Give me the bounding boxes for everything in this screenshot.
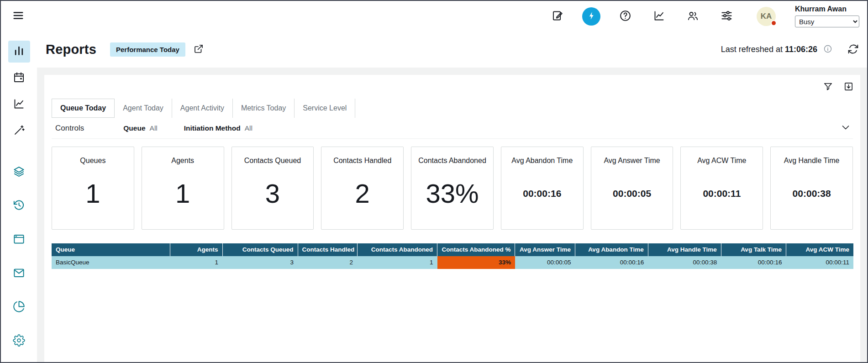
sidebar-item-tools[interactable]: [8, 120, 30, 142]
refresh-info-button[interactable]: [823, 44, 832, 55]
help-icon: [619, 10, 631, 23]
sidebar-item-calendar[interactable]: [8, 67, 30, 89]
app-window: KA Khurram Awan Busy: [0, 0, 868, 363]
card-value: 00:00:16: [523, 188, 561, 199]
table-header-row: Queue Agents Contacts Queued Contacts Ha…: [52, 243, 853, 256]
help-button[interactable]: [616, 7, 634, 26]
layers-icon: [13, 165, 25, 179]
menu-icon: [12, 10, 24, 23]
lightning-icon: [587, 11, 596, 22]
table-row: BasicQueue 1 3 2 1 33% 00:00:05 00:00:16…: [52, 256, 853, 269]
tab-metrics-today[interactable]: Metrics Today: [233, 99, 295, 118]
filter-initiation-method-label: Initiation Method: [184, 124, 241, 132]
card-value: 33%: [426, 178, 479, 209]
card-value: 00:00:05: [613, 188, 651, 199]
tab-service-level[interactable]: Service Level: [295, 99, 355, 118]
card-value: 2: [355, 178, 370, 209]
topbar-actions: KA Khurram Awan Busy: [548, 5, 859, 27]
cell-contacts-handled: 2: [298, 256, 357, 269]
last-refreshed-time: 11:06:26: [785, 45, 817, 54]
note-compose-icon: [552, 10, 564, 23]
sidebar-item-history[interactable]: [8, 195, 30, 217]
line-chart-icon: [13, 98, 25, 111]
cell-queue: BasicQueue: [52, 256, 170, 269]
sidebar-item-email[interactable]: [8, 263, 30, 284]
calendar-icon: [13, 71, 25, 85]
cell-contacts-abandoned-pct: 33%: [437, 256, 515, 269]
sidebar-item-queues[interactable]: [8, 161, 30, 183]
filter-queue-label: Queue: [123, 124, 145, 132]
sliders-icon: [721, 10, 733, 23]
col-contacts-handled: Contacts Handled: [298, 243, 357, 256]
refresh-icon: [847, 43, 859, 56]
user-name: Khurram Awan: [795, 5, 847, 13]
col-avg-talk-time: Avg Talk Time: [721, 243, 786, 256]
metrics-button[interactable]: [650, 7, 668, 26]
users-button[interactable]: [684, 7, 702, 26]
sidebar-item-workspace[interactable]: [8, 229, 30, 251]
sidebar-group-bottom: [8, 161, 30, 352]
notes-button[interactable]: [548, 7, 567, 26]
filter-icon: [823, 81, 833, 93]
cell-agents: 1: [170, 256, 222, 269]
realtime-button[interactable]: [582, 7, 600, 26]
open-in-new-window-button[interactable]: [193, 43, 204, 56]
sidebar-item-analytics[interactable]: [8, 296, 30, 318]
card-label: Contacts Handled: [333, 157, 391, 165]
cell-contacts-queued: 3: [222, 256, 298, 269]
status-select[interactable]: Busy: [795, 16, 859, 27]
chevron-down-icon: [840, 122, 851, 134]
cell-avg-acw-time: 00:00:11: [786, 256, 853, 269]
card-avg-handle-time: Avg Handle Time 00:00:38: [770, 147, 853, 230]
card-avg-acw-time: Avg ACW Time 00:00:11: [680, 147, 763, 230]
card-queues: Queues 1: [52, 147, 134, 230]
filter-button[interactable]: [823, 81, 833, 93]
filter-queue-value[interactable]: All: [150, 124, 158, 132]
cell-avg-talk-time: 00:00:16: [721, 256, 786, 269]
bar-chart-icon: [13, 45, 25, 58]
tab-queue-today[interactable]: Queue Today: [52, 99, 115, 118]
tab-agent-activity[interactable]: Agent Activity: [172, 99, 233, 118]
queue-metrics-table: Queue Agents Contacts Queued Contacts Ha…: [52, 243, 853, 269]
users-icon: [687, 10, 699, 23]
last-refreshed-text: Last refreshed at 11:06:26: [721, 45, 817, 54]
col-agents: Agents: [170, 243, 222, 256]
card-label: Avg Handle Time: [784, 157, 840, 165]
topbar: KA Khurram Awan Busy: [1, 1, 867, 32]
sidebar-item-reports[interactable]: [8, 41, 30, 63]
pie-chart-icon: [13, 300, 25, 314]
line-chart-icon: [653, 10, 665, 23]
download-button[interactable]: [843, 81, 854, 93]
menu-button[interactable]: [10, 8, 26, 25]
cell-avg-abandon-time: 00:00:16: [575, 256, 648, 269]
sidebar-item-settings[interactable]: [8, 330, 30, 352]
history-icon: [13, 199, 25, 213]
sidebar-item-metrics[interactable]: [8, 94, 30, 116]
card-contacts-queued: Contacts Queued 3: [231, 147, 314, 230]
card-avg-answer-time: Avg Answer Time 00:00:05: [591, 147, 673, 230]
settings-sliders-button[interactable]: [717, 7, 736, 26]
info-icon: [823, 44, 832, 55]
avatar[interactable]: KA: [757, 7, 776, 26]
card-contacts-handled: Contacts Handled 2: [321, 147, 404, 230]
cell-avg-answer-time: 00:00:05: [515, 256, 575, 269]
card-label: Queues: [80, 157, 105, 165]
filter-initiation-method: Initiation Method All: [184, 124, 253, 132]
card-value: 1: [85, 178, 100, 209]
controls-bar: Controls Queue All Initiation Method All: [52, 118, 853, 139]
user-block: Khurram Awan Busy: [795, 5, 859, 27]
card-label: Avg Answer Time: [604, 157, 660, 165]
mail-icon: [13, 267, 25, 280]
controls-collapse-button[interactable]: [840, 122, 851, 134]
card-contacts-abandoned: Contacts Abandoned 33%: [411, 147, 494, 230]
filter-initiation-method-value[interactable]: All: [245, 124, 253, 132]
last-refreshed-label: Last refreshed at: [721, 45, 783, 54]
refresh-area: Last refreshed at 11:06:26: [721, 43, 859, 56]
card-label: Contacts Abandoned: [418, 157, 486, 165]
card-label: Avg ACW Time: [697, 157, 746, 165]
card-agents: Agents 1: [142, 147, 224, 230]
page-title: Reports: [46, 42, 96, 57]
refresh-button[interactable]: [847, 43, 859, 56]
tab-agent-today[interactable]: Agent Today: [115, 99, 172, 118]
report-tabs: Queue Today Agent Today Agent Activity M…: [52, 99, 853, 118]
